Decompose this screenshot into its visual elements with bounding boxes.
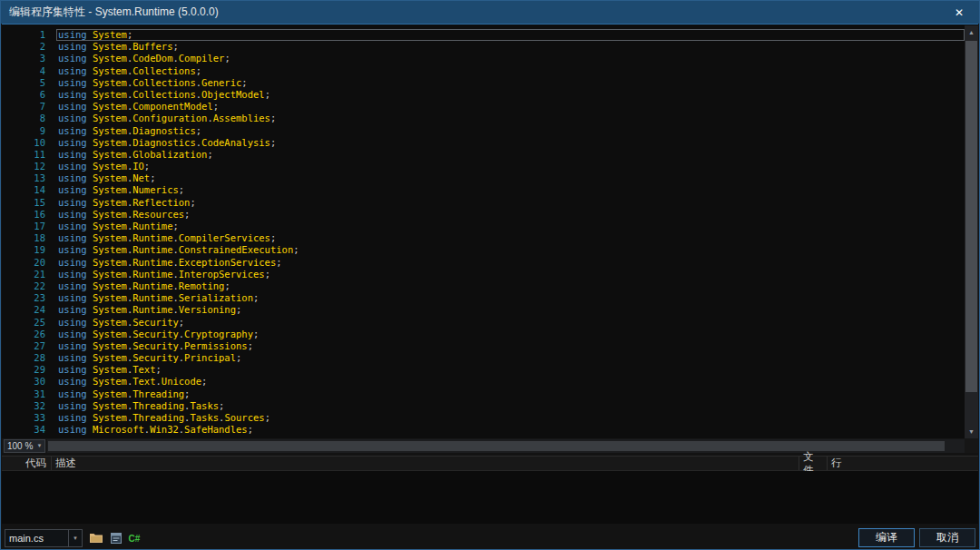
error-list-body[interactable] [2, 471, 978, 524]
code-line-text[interactable]: using System.Runtime.Serialization; [56, 292, 965, 304]
chevron-down-icon[interactable]: ▼ [68, 530, 82, 546]
code-line[interactable]: 16using System.Resources; [2, 209, 965, 221]
code-line[interactable]: 1using System; [2, 29, 965, 41]
code-line-text[interactable]: using System.Resources; [56, 209, 965, 221]
code-lines[interactable]: 1using System;2using System.Buffers;3usi… [2, 25, 965, 438]
code-line-text[interactable]: using System.Runtime.Remoting; [56, 280, 965, 292]
code-line-text[interactable]: using System.Net; [56, 172, 965, 184]
code-line-text[interactable]: using System.Text.Unicode; [56, 376, 965, 388]
close-icon[interactable]: ✕ [939, 1, 979, 24]
code-line[interactable]: 15using System.Reflection; [2, 197, 965, 209]
open-folder-icon[interactable] [89, 531, 103, 545]
code-line[interactable]: 24using System.Runtime.Versioning; [2, 304, 965, 316]
code-line-text[interactable]: using System.Diagnostics.CodeAnalysis; [56, 137, 965, 149]
code-line[interactable]: 28using System.Security.Principal; [2, 352, 965, 364]
code-line-text[interactable]: using System.Buffers; [56, 41, 965, 53]
code-line[interactable]: 25using System.Security; [2, 317, 965, 329]
code-line[interactable]: 6using System.Collections.ObjectModel; [2, 89, 965, 101]
code-line[interactable]: 19using System.Runtime.ConstrainedExecut… [2, 244, 965, 256]
line-number: 23 [2, 292, 56, 304]
code-line-text[interactable]: using System.Runtime.ConstrainedExecutio… [56, 244, 965, 256]
code-line[interactable]: 33using System.Threading.Tasks.Sources; [2, 412, 965, 424]
code-line-text[interactable]: using System.IO; [56, 161, 965, 172]
code-line[interactable]: 29using System.Text; [2, 364, 965, 376]
code-line[interactable]: 12using System.IO; [2, 161, 965, 172]
column-header-code[interactable]: 代码 [22, 457, 51, 470]
code-line-text[interactable]: using System.CodeDom.Compiler; [56, 53, 965, 64]
code-line-text[interactable]: using System.Configuration.Assemblies; [56, 113, 965, 124]
code-line-text[interactable]: using System.Text; [56, 364, 965, 376]
csharp-icon[interactable]: C# [127, 531, 142, 545]
line-number: 16 [2, 209, 56, 221]
chevron-down-icon[interactable]: ▼ [34, 443, 44, 448]
code-line-text[interactable]: using System.Diagnostics; [56, 125, 965, 137]
code-line[interactable]: 11using System.Globalization; [2, 149, 965, 161]
code-line-text[interactable]: using System.Threading; [56, 388, 965, 400]
document-icon[interactable] [109, 531, 123, 545]
code-line[interactable]: 34using Microsoft.Win32.SafeHandles; [2, 424, 965, 436]
code-line[interactable]: 14using System.Numerics; [2, 184, 965, 196]
code-line[interactable]: 26using System.Security.Cryptography; [2, 329, 965, 340]
code-line-text[interactable]: using System.Runtime.InteropServices; [56, 269, 965, 280]
cancel-button[interactable]: 取消 [919, 528, 975, 547]
code-line-text[interactable]: using System.Collections.Generic; [56, 77, 965, 89]
code-line[interactable]: 17using System.Runtime; [2, 221, 965, 232]
scroll-down-icon[interactable]: ▼ [965, 425, 978, 438]
horizontal-scrollbar[interactable] [47, 439, 965, 453]
code-line[interactable]: 27using System.Security.Permissions; [2, 340, 965, 352]
line-number: 19 [2, 244, 56, 256]
column-header-description[interactable]: 描述 [52, 457, 799, 470]
code-line[interactable]: 4using System.Collections; [2, 65, 965, 77]
code-line-text[interactable]: using System.Security.Cryptography; [56, 329, 965, 340]
code-line[interactable]: 21using System.Runtime.InteropServices; [2, 269, 965, 280]
file-select[interactable]: main.cs ▼ [5, 529, 83, 547]
code-line-text[interactable]: using System.Security.Permissions; [56, 340, 965, 352]
code-line[interactable]: 18using System.Runtime.CompilerServices; [2, 232, 965, 244]
line-number: 31 [2, 388, 56, 400]
code-line[interactable]: 32using System.Threading.Tasks; [2, 400, 965, 412]
code-line-text[interactable]: using Microsoft.Win32.SafeHandles; [56, 424, 965, 436]
code-line-text[interactable]: using System.Runtime.ExceptionServices; [56, 257, 965, 269]
scroll-up-icon[interactable]: ▲ [965, 25, 978, 39]
column-header-line[interactable]: 行 [828, 457, 978, 470]
code-line-text[interactable]: using System.Numerics; [56, 184, 965, 196]
code-line-text[interactable]: using System.Runtime; [56, 221, 965, 232]
code-line[interactable]: 13using System.Net; [2, 172, 965, 184]
code-line-text[interactable]: using System.ComponentModel; [56, 101, 965, 113]
code-line[interactable]: 3using System.CodeDom.Compiler; [2, 53, 965, 64]
line-number: 12 [2, 161, 56, 172]
code-line-text[interactable]: using System.Security.Principal; [56, 352, 965, 364]
titlebar[interactable]: 编辑程序集特性 - System.Runtime (5.0.0.0) [1, 1, 979, 24]
code-line-text[interactable]: using System.Threading.Tasks; [56, 400, 965, 412]
code-line-text[interactable]: using System.Threading.Tasks.Sources; [56, 412, 965, 424]
code-line[interactable]: 31using System.Threading; [2, 388, 965, 400]
code-line[interactable]: 22using System.Runtime.Remoting; [2, 280, 965, 292]
code-line[interactable]: 9using System.Diagnostics; [2, 125, 965, 137]
code-line-text[interactable]: using System.Collections.ObjectModel; [56, 89, 965, 101]
code-line-text[interactable]: using System.Security; [56, 317, 965, 329]
code-line[interactable]: 30using System.Text.Unicode; [2, 376, 965, 388]
code-line-text[interactable]: using System.Collections; [56, 65, 965, 77]
vertical-scrollbar[interactable]: ▲ ▼ [965, 25, 978, 438]
vertical-scrollbar-track[interactable] [965, 39, 978, 425]
code-line[interactable]: 20using System.Runtime.ExceptionServices… [2, 257, 965, 269]
code-editor[interactable]: 1using System;2using System.Buffers;3usi… [2, 24, 978, 438]
code-line[interactable]: 2using System.Buffers; [2, 41, 965, 53]
code-line[interactable]: 8using System.Configuration.Assemblies; [2, 113, 965, 124]
line-number: 32 [2, 400, 56, 412]
line-number: 11 [2, 149, 56, 161]
zoom-select[interactable]: 100 % ▼ [4, 439, 45, 453]
compile-button[interactable]: 编译 [858, 528, 915, 547]
code-line-text[interactable]: using System; [56, 29, 965, 41]
code-line-text[interactable]: using System.Globalization; [56, 149, 965, 161]
code-line[interactable]: 23using System.Runtime.Serialization; [2, 292, 965, 304]
code-line[interactable]: 10using System.Diagnostics.CodeAnalysis; [2, 137, 965, 149]
code-line-text[interactable]: using System.Runtime.CompilerServices; [56, 232, 965, 244]
code-line[interactable]: 5using System.Collections.Generic; [2, 77, 965, 89]
code-line[interactable]: 7using System.ComponentModel; [2, 101, 965, 113]
code-line-text[interactable]: using System.Reflection; [56, 197, 965, 209]
line-number: 4 [2, 65, 56, 77]
vertical-scrollbar-thumb[interactable] [965, 41, 977, 392]
line-number: 27 [2, 340, 56, 352]
code-line-text[interactable]: using System.Runtime.Versioning; [56, 304, 965, 316]
